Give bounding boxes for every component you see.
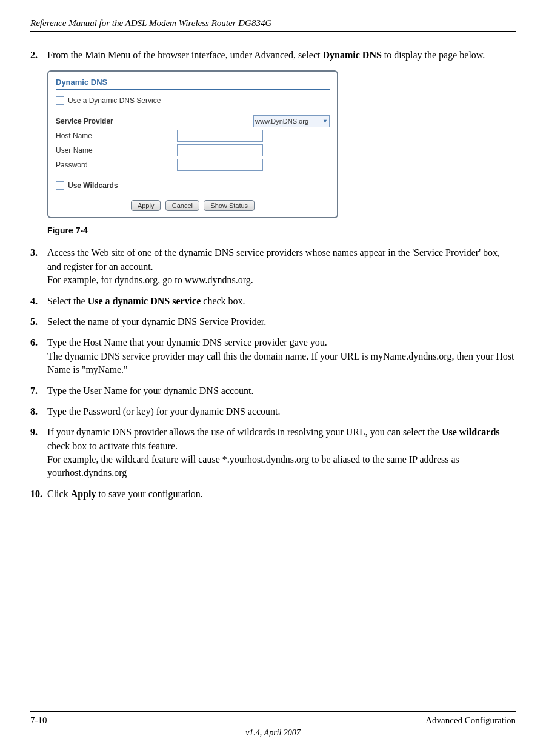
step-bold: Use a dynamic DNS service [88,296,201,306]
footer-version: v1.4, April 2007 [30,728,516,738]
header-rule [30,31,516,32]
button-row: Apply Cancel Show Status [56,200,330,211]
use-wildcards-row: Use Wildcards [56,180,330,191]
step-text-after: to display the page below. [382,50,485,60]
chevron-down-icon: ▼ [322,118,328,124]
step-number: 7. [30,384,47,398]
step-bold: Apply [71,489,96,499]
password-input[interactable] [177,159,263,171]
running-header: Reference Manual for the ADSL Modem Wire… [30,18,516,28]
step-post: check box to activate this feature. [47,441,178,451]
step-9: 9. If your dynamic DNS provider allows t… [30,426,516,480]
step-body: If your dynamic DNS provider allows the … [47,426,516,480]
host-name-row: Host Name [56,129,330,143]
step-8: 8. Type the Password (or key) for your d… [30,405,516,418]
step-5: 5. Select the name of your dynamic DNS S… [30,315,516,329]
panel-title: Dynamic DNS [56,78,330,87]
step-number: 9. [30,426,47,480]
step-line: Type the Host Name that your dynamic DNS… [47,337,327,347]
footer-section: Advanced Configuration [425,715,516,726]
use-dynamic-dns-checkbox[interactable] [56,96,64,105]
user-name-row: User Name [56,143,330,158]
step-line: The dynamic DNS service provider may cal… [47,351,514,375]
step-10: 10. Click Apply to save your configurati… [30,487,516,501]
step-body: Select the name of your dynamic DNS Serv… [47,315,516,329]
step-number: 3. [30,246,47,287]
step-2: 2. From the Main Menu of the browser int… [30,49,516,62]
step-number: 10. [30,487,47,501]
use-dynamic-dns-label: Use a Dynamic DNS Service [68,96,161,105]
panel-divider [56,89,330,90]
service-provider-value: www.DynDNS.org [255,118,308,125]
step-line: For example, for dyndns.org, go to www.d… [47,275,253,285]
step-body: Select the Use a dynamic DNS service che… [47,295,516,308]
step-3: 3. Access the Web site of one of the dyn… [30,246,516,287]
user-name-input[interactable] [177,144,263,156]
step-body: From the Main Menu of the browser interf… [47,49,516,62]
step-body: Type the User Name for your dynamic DNS … [47,384,516,398]
step-text-before: From the Main Menu of the browser interf… [47,50,323,60]
footer-rule [30,711,516,712]
panel-divider [56,195,330,195]
step-line: Access the Web site of one of the dynami… [47,247,500,271]
dynamic-dns-panel: Dynamic DNS Use a Dynamic DNS Service Se… [47,70,338,218]
use-wildcards-checkbox[interactable] [56,181,64,190]
panel-divider [56,110,330,110]
host-name-label: Host Name [56,132,177,140]
step-body: Type the Host Name that your dynamic DNS… [47,336,516,376]
step-bold: Use wildcards [442,427,500,437]
step-7: 7. Type the User Name for your dynamic D… [30,384,516,398]
step-pre: Select the [47,296,88,306]
service-provider-row: Service Provider www.DynDNS.org ▼ [56,114,330,129]
step-pre: If your dynamic DNS provider allows the … [47,427,442,437]
figure-caption: Figure 7-4 [47,226,516,235]
host-name-input[interactable] [177,130,263,142]
use-wildcards-label: Use Wildcards [68,181,118,190]
page-footer: 7-10 Advanced Configuration v1.4, April … [30,711,516,738]
step-extra: For example, the wildcard feature will c… [47,454,459,478]
step-number: 2. [30,49,47,62]
use-dynamic-dns-row: Use a Dynamic DNS Service [56,95,330,106]
step-number: 5. [30,315,47,329]
password-label: Password [56,161,177,169]
step-pre: Click [47,489,71,499]
step-post: check box. [201,296,245,306]
password-row: Password [56,158,330,172]
step-number: 6. [30,336,47,376]
step-4: 4. Select the Use a dynamic DNS service … [30,295,516,308]
step-body: Type the Password (or key) for your dyna… [47,405,516,418]
step-bold: Dynamic DNS [323,50,382,60]
service-provider-select[interactable]: www.DynDNS.org ▼ [253,115,330,127]
step-6: 6. Type the Host Name that your dynamic … [30,336,516,376]
show-status-button[interactable]: Show Status [204,200,255,211]
step-number: 8. [30,405,47,418]
cancel-button[interactable]: Cancel [165,200,199,211]
user-name-label: User Name [56,146,177,155]
step-number: 4. [30,295,47,308]
step-post: to save your configuration. [96,489,202,499]
figure-7-4: Dynamic DNS Use a Dynamic DNS Service Se… [47,70,516,218]
service-provider-label: Service Provider [56,117,177,125]
panel-divider [56,176,330,176]
apply-button[interactable]: Apply [131,200,161,211]
step-body: Click Apply to save your configuration. [47,487,516,501]
step-body: Access the Web site of one of the dynami… [47,246,516,287]
footer-page-number: 7-10 [30,715,47,726]
